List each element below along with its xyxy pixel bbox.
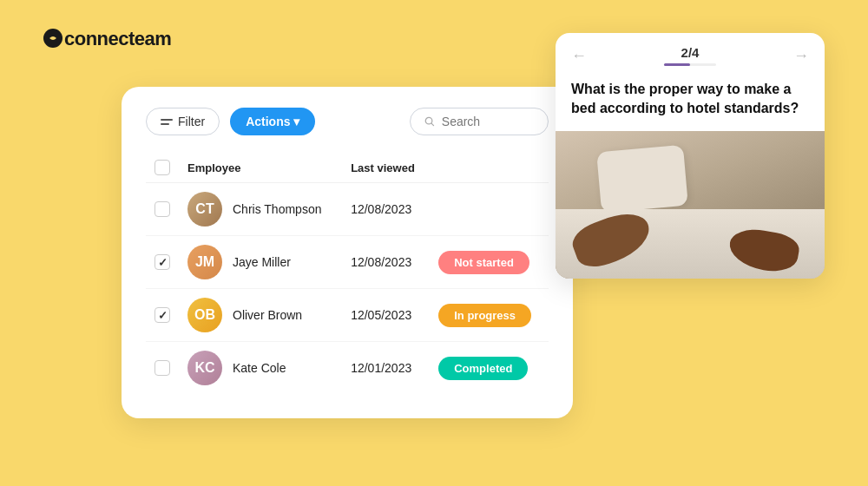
quiz-progress-bar-wrap — [664, 63, 716, 66]
quiz-next-button[interactable]: → — [793, 47, 809, 65]
last-viewed-date: 12/08/2023 — [342, 183, 430, 236]
select-all-checkbox[interactable] — [155, 160, 170, 175]
avatar-cell-jaye: JMJaye Miller — [187, 245, 333, 279]
filter-icon — [161, 119, 173, 125]
quiz-image-background — [556, 131, 825, 279]
table-row: ✓JMJaye Miller12/08/2023Not started — [146, 236, 549, 289]
employee-card: Filter Actions ▾ Employee Last viewed — [122, 87, 573, 418]
quiz-progress: 2/4 — [664, 45, 716, 66]
search-input[interactable] — [442, 115, 534, 128]
avatar: OB — [187, 298, 222, 332]
quiz-page-label: 2/4 — [681, 45, 700, 60]
quiz-card: ← 2/4 → What is the proper way to make a… — [556, 33, 825, 279]
quiz-header: ← 2/4 → — [556, 33, 825, 73]
avatar: JM — [187, 245, 222, 279]
search-wrap — [410, 108, 549, 135]
logo-text: connecteam — [64, 28, 171, 49]
quiz-image — [556, 131, 825, 279]
table-row: CTChris Thompson12/08/2023 — [146, 183, 549, 236]
checkmark-icon: ✓ — [158, 309, 168, 322]
avatar-cell-oliver: OBOliver Brown — [187, 298, 333, 332]
avatar: KC — [187, 351, 222, 385]
row-checkbox-chris[interactable] — [155, 201, 170, 217]
quiz-progress-bar-fill — [664, 63, 690, 66]
toolbar: Filter Actions ▾ — [146, 108, 549, 135]
status-badge: Not started — [438, 251, 529, 274]
employee-name: Oliver Brown — [233, 308, 302, 322]
checkmark-icon: ✓ — [158, 256, 168, 269]
quiz-prev-button[interactable]: ← — [571, 47, 587, 65]
employee-table: Employee Last viewed CTChris Thompson12/… — [146, 153, 549, 394]
last-viewed-date: 12/01/2023 — [342, 342, 430, 395]
avatar: CT — [187, 192, 222, 227]
employee-header: Employee — [179, 153, 342, 183]
last-viewed-date: 12/08/2023 — [342, 236, 430, 289]
row-checkbox-jaye[interactable]: ✓ — [155, 254, 170, 270]
filter-label: Filter — [178, 115, 205, 128]
status-badge: In progress — [438, 304, 531, 327]
employee-name: Kate Cole — [233, 361, 286, 375]
search-icon — [424, 115, 435, 128]
last-viewed-header: Last viewed — [342, 153, 430, 183]
filter-button[interactable]: Filter — [146, 108, 220, 135]
employee-name: Chris Thompson — [233, 202, 321, 216]
status-badge: Completed — [438, 357, 528, 380]
logo: connecteam — [43, 28, 171, 50]
row-checkbox-kate[interactable] — [155, 360, 170, 376]
table-row: KCKate Cole12/01/2023Completed — [146, 342, 549, 395]
last-viewed-date: 12/05/2023 — [342, 289, 430, 342]
status-header — [430, 153, 549, 183]
quiz-question: What is the proper way to make a bed acc… — [556, 73, 825, 131]
row-checkbox-oliver[interactable]: ✓ — [155, 307, 170, 323]
pillow-decoration — [596, 145, 688, 213]
avatar-cell-kate: KCKate Cole — [187, 351, 333, 385]
table-row: ✓OBOliver Brown12/05/2023In progress — [146, 289, 549, 342]
actions-button[interactable]: Actions ▾ — [230, 108, 315, 135]
employee-name: Jaye Miller — [233, 255, 291, 269]
avatar-cell-chris: CTChris Thompson — [187, 192, 333, 227]
actions-label: Actions ▾ — [246, 115, 299, 128]
